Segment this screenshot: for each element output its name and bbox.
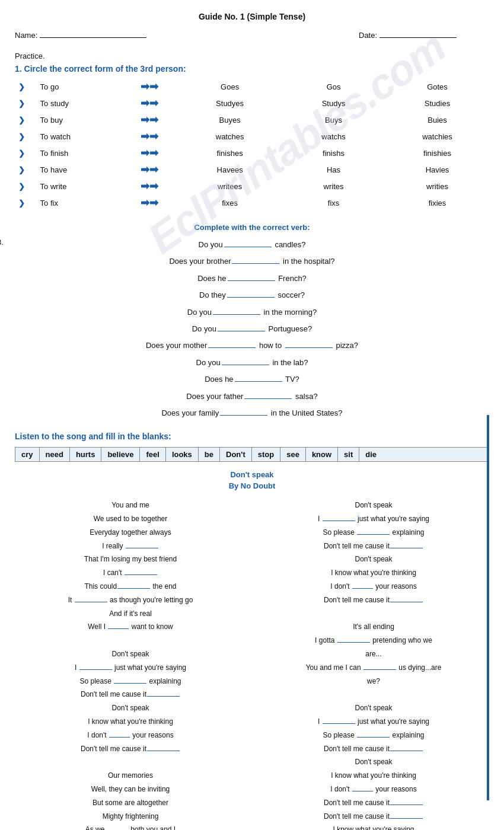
infinitive-6: To write bbox=[37, 178, 122, 194]
song-blank-r-10 bbox=[390, 743, 423, 751]
lyric-r-13: we? bbox=[258, 675, 489, 688]
fill-line-5: Do you in the morning? bbox=[15, 305, 489, 319]
verb-row-3: ❯ To watch ➡➡ watches watchs watchies bbox=[15, 128, 489, 145]
lyric-l-4: I really bbox=[15, 540, 246, 553]
blank-7a bbox=[208, 340, 256, 348]
fill-line-1: Do you candles? bbox=[15, 238, 489, 251]
verb-table: ❯ To go ➡➡ Goes Gos Gotes ❯ To study ➡➡ … bbox=[15, 78, 489, 211]
lyric-l-8: It as though you're letting go bbox=[15, 593, 246, 607]
lyric-l-17: I don't your reasons bbox=[15, 729, 246, 742]
lyric-r-16: So please explaining bbox=[258, 729, 489, 742]
lyric-r-11: are... bbox=[258, 647, 489, 661]
opt1-3: watches bbox=[178, 128, 282, 145]
arrow-2: ➡➡ bbox=[122, 111, 178, 128]
infinitive-1: To study bbox=[37, 95, 122, 111]
song-title: Don't speak bbox=[15, 470, 489, 479]
fill-line-8: Do you in the lab? bbox=[15, 356, 489, 369]
fill-line-2: Does your brother in the hospital? bbox=[15, 254, 489, 268]
arrow-icon-4: ➡➡ bbox=[141, 146, 158, 159]
lyric-r-8: Don't tell me cause it bbox=[258, 593, 489, 607]
lyric-l-6: I can't bbox=[15, 566, 246, 580]
name-field: Name: bbox=[15, 30, 347, 40]
right-border bbox=[487, 415, 489, 800]
song-artist: By No Doubt bbox=[15, 481, 489, 490]
lyric-r-7: I don't your reasons bbox=[258, 580, 489, 593]
arrow-icon-0: ➡➡ bbox=[141, 80, 158, 93]
bullet-6: ❯ bbox=[15, 178, 37, 194]
song-blank-l-1 bbox=[126, 541, 158, 548]
song-section: Listen to the song and fill in the blank… bbox=[15, 432, 489, 830]
song-blank-r-13 bbox=[390, 811, 423, 819]
song-blank-l-7 bbox=[114, 676, 146, 684]
infinitive-2: To buy bbox=[37, 111, 122, 128]
song-blank-l-6 bbox=[79, 662, 112, 670]
song-blank-l-8 bbox=[147, 689, 180, 697]
song-blank-r-1 bbox=[323, 513, 355, 521]
song-blank-l-2 bbox=[125, 567, 157, 575]
word-bank-item-4: feel bbox=[140, 448, 165, 461]
verb-row-2: ❯ To buy ➡➡ Buyes Buys Buies bbox=[15, 111, 489, 128]
section2-header: Complete with the correct verb: bbox=[15, 223, 489, 232]
fill-line-6: Do you Portuguese? bbox=[15, 322, 489, 336]
lyric-l-22: Mighty frightening bbox=[15, 810, 246, 823]
lyric-r-1: Don't speak bbox=[258, 499, 489, 512]
song-lyrics: You and me We used to be together Everyd… bbox=[15, 499, 489, 830]
bullet-7: ❯ bbox=[15, 194, 37, 211]
blank-5 bbox=[213, 307, 260, 315]
infinitive-0: To go bbox=[37, 78, 122, 95]
word-bank-item-12: die bbox=[359, 448, 382, 461]
verb-row-6: ❯ To write ➡➡ writees writes writies bbox=[15, 178, 489, 194]
word-bank-item-11: sit bbox=[338, 448, 359, 461]
lyric-r-23: I know what you're saying bbox=[258, 823, 489, 830]
song-col-right: Don't speak I just what you're saying So… bbox=[258, 499, 489, 830]
song-blank-l-4 bbox=[75, 595, 107, 602]
word-bank: cryneedhurtsbelievefeellooksbeDon'tstops… bbox=[15, 447, 489, 462]
blank-11 bbox=[220, 407, 267, 416]
opt2-3: watchs bbox=[282, 128, 385, 145]
song-blank-r-12 bbox=[390, 797, 423, 805]
word-bank-item-0: cry bbox=[15, 448, 40, 461]
lyric-r-12: You and me I can us dying...are bbox=[258, 661, 489, 675]
opt1-2: Buyes bbox=[178, 111, 282, 128]
fill-line-7: Does your mother how to pizza? bbox=[15, 339, 489, 352]
lyric-r-18: Don't speak bbox=[258, 755, 489, 769]
verb-row-7: ❯ To fix ➡➡ fixes fixs fixies bbox=[15, 194, 489, 211]
song-blank-l-5 bbox=[108, 621, 129, 629]
word-bank-item-9: see bbox=[280, 448, 306, 461]
lyric-l-13: So please explaining bbox=[15, 675, 246, 688]
lyric-l-10: Well I want to know bbox=[15, 620, 246, 634]
arrow-icon-1: ➡➡ bbox=[141, 97, 158, 110]
verb-row-4: ❯ To finish ➡➡ finishes finishs finishie… bbox=[15, 145, 489, 161]
opt2-0: Gos bbox=[282, 78, 385, 95]
date-label: Date: bbox=[359, 31, 377, 40]
verb-row-5: ❯ To have ➡➡ Havees Has Havies bbox=[15, 161, 489, 178]
opt3-6: writies bbox=[385, 178, 489, 194]
lyric-l-3: Everyday together always bbox=[15, 526, 246, 540]
arrow-icon-7: ➡➡ bbox=[141, 196, 158, 209]
opt1-6: writees bbox=[178, 178, 282, 194]
page-title: Guide No. 1 (Simple Tense) bbox=[15, 12, 489, 21]
lyric-l-5: That I'm losing my best friend bbox=[15, 553, 246, 566]
opt3-2: Buies bbox=[385, 111, 489, 128]
opt2-1: Studys bbox=[282, 95, 385, 111]
bullet-0: ❯ bbox=[15, 78, 37, 95]
bullet-5: ❯ bbox=[15, 161, 37, 178]
lyric-r-2: I just what you're saying bbox=[258, 512, 489, 526]
arrow-1: ➡➡ bbox=[122, 95, 178, 111]
arrow-5: ➡➡ bbox=[122, 161, 178, 178]
song-blank-r-5 bbox=[390, 595, 423, 602]
song-blank-l-10 bbox=[147, 743, 180, 751]
lyric-l-18: Don't tell me cause it bbox=[15, 742, 246, 756]
song-blank-r-4 bbox=[352, 581, 373, 589]
word-bank-item-6: be bbox=[199, 448, 220, 461]
word-bank-item-2: hurts bbox=[70, 448, 102, 461]
name-date-row: Name: Date: bbox=[15, 30, 489, 40]
verb-row-0: ❯ To go ➡➡ Goes Gos Gotes bbox=[15, 78, 489, 95]
word-bank-item-10: know bbox=[306, 448, 338, 461]
lyric-r-15: I just what you're saying bbox=[258, 715, 489, 729]
arrow-4: ➡➡ bbox=[122, 145, 178, 161]
lyric-r-3: So please explaining bbox=[258, 526, 489, 540]
verb-row-1: ❯ To study ➡➡ Studyes Studys Studies bbox=[15, 95, 489, 111]
fill-line-10: Does your father salsa? bbox=[15, 390, 489, 403]
infinitive-3: To watch bbox=[37, 128, 122, 145]
